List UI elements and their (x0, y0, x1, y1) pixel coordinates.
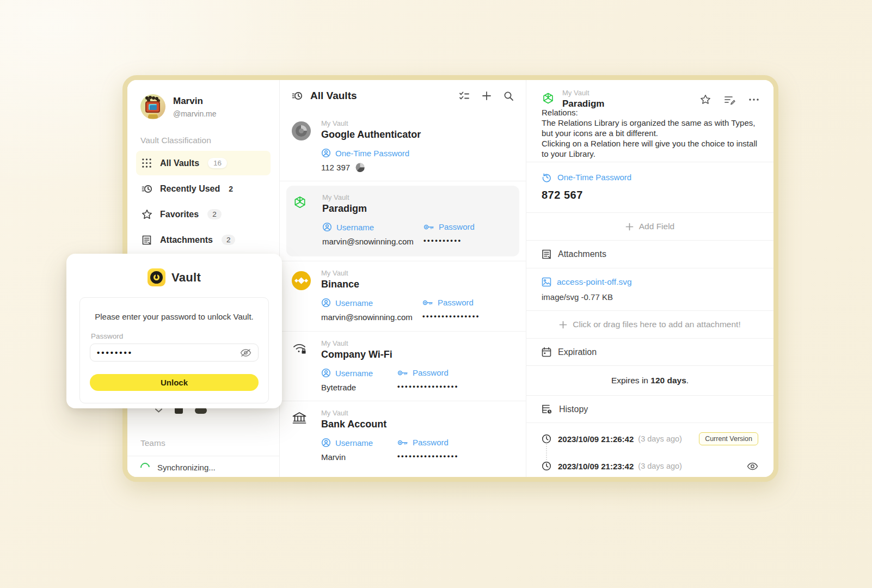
attachment-file-link[interactable]: access-point-off.svg (542, 277, 758, 287)
sidebar-item-recently-used[interactable]: Recently Used 2 (136, 176, 271, 201)
wifi-lock-icon (292, 339, 312, 360)
password-label: Password (91, 332, 259, 340)
notes-line: The Relations Library is organized the s… (542, 118, 758, 138)
attachment-file-name: access-point-off.svg (557, 277, 632, 287)
password-value[interactable]: •••••••••••••••• (397, 382, 459, 390)
attachments-section-header: Attachments (526, 240, 773, 268)
notes-field[interactable]: Relations: The Relations Library is orga… (526, 109, 773, 162)
chevron-down-icon (155, 408, 163, 413)
otp-code[interactable]: 112 397 (321, 163, 350, 172)
vault-tag: My Vault (321, 119, 421, 127)
history-row[interactable]: 2023/10/09 21:23:42 (3 days ago) (542, 452, 758, 477)
paradigm-icon (542, 92, 555, 105)
vault-keyhole-logo-icon (148, 268, 165, 286)
add-item-icon[interactable] (482, 91, 492, 101)
search-icon[interactable] (503, 91, 514, 101)
unlock-modal: Vault Please enter your password to unlo… (66, 254, 282, 408)
field-label: Password (413, 368, 449, 377)
attachment-drop-zone[interactable]: Click or drag files here to add an attac… (542, 311, 758, 338)
sidebar-item-label: All Vaults (160, 158, 199, 168)
expiration-title: Expiration (558, 347, 597, 357)
notes-line: Relations: (542, 109, 758, 118)
eye-icon[interactable] (747, 462, 758, 470)
user-profile[interactable]: Marvin @marvin.me (127, 80, 279, 125)
detail-panel: My Vault Paradigm Relations: The Relatio… (526, 80, 773, 477)
expires-text: . (686, 376, 689, 385)
vault-logo-text: Vault (171, 271, 201, 285)
username-value[interactable]: marvin@snowinning.com (321, 313, 422, 322)
star-icon (142, 209, 152, 220)
user-circle-icon (321, 438, 331, 448)
attachment-doc-icon (142, 235, 152, 246)
password-input[interactable]: •••••••• (90, 344, 259, 362)
recent-clock-icon (292, 90, 303, 101)
vault-item-paradigm-selected[interactable]: My Vault Paradigm Username marvin@snowin… (286, 186, 519, 256)
vault-item-google-authenticator[interactable]: My Vault Google Authenticator One-Time P… (280, 112, 526, 181)
username-value[interactable]: Bytetrade (321, 383, 397, 392)
vault-item-bank-account[interactable]: My Vault Bank Account Username Marvin (280, 401, 526, 470)
google-authenticator-icon (292, 121, 311, 140)
unlock-button[interactable]: Unlock (90, 374, 259, 391)
image-file-icon (542, 277, 551, 287)
attachment-drop-hint: Click or drag files here to add an attac… (573, 320, 740, 329)
multi-select-icon[interactable] (459, 91, 470, 101)
username-value[interactable]: marvin@snowinning.com (322, 237, 423, 246)
password-value: •••••••• (97, 348, 240, 357)
password-value[interactable]: ••••••••••••••• (422, 312, 514, 320)
expiration-value-row: Expires in 120 days. (526, 365, 773, 395)
attachments-title: Attachments (558, 249, 606, 259)
history-ago: (3 days ago) (638, 462, 682, 470)
eye-off-icon[interactable] (240, 348, 251, 357)
history-timestamp: 2023/10/09 21:23:42 (558, 462, 634, 471)
favorite-star-icon[interactable] (700, 94, 711, 105)
recent-clock-icon (142, 183, 152, 194)
unlock-hint: Please enter your password to unlock Vau… (90, 312, 259, 321)
vault-list-title: All Vaults (310, 90, 357, 102)
vault-classification-label: Vault Classification (127, 125, 279, 151)
add-field-section: Add Field (526, 212, 773, 240)
clock-icon (542, 461, 551, 471)
key-icon (397, 438, 408, 447)
field-label: Username (335, 369, 373, 378)
profile-name: Marvin (173, 96, 217, 107)
count-badge: 16 (208, 158, 227, 168)
expiration-section-header: Expiration (526, 338, 773, 365)
password-value[interactable]: •••••••••• (423, 236, 514, 244)
vault-tag: My Vault (562, 89, 700, 97)
page-background: { "colors": { "accent_yellow": "#FBE837"… (0, 0, 872, 588)
user-circle-icon (321, 298, 331, 308)
vault-item-company-wifi[interactable]: My Vault Company Wi-Fi Username Bytetrad… (280, 332, 526, 401)
pie-timer-icon (355, 163, 365, 172)
sync-status-row: Synchronizing... (140, 463, 216, 472)
sidebar-item-attachments[interactable]: Attachments 2 (136, 228, 271, 252)
key-icon (422, 298, 433, 307)
add-field-button[interactable]: Add Field (542, 213, 758, 240)
otp-history-icon (542, 172, 552, 182)
field-label: Password (438, 298, 474, 307)
attachment-file-row: access-point-off.svg image/svg -0.77 KB (526, 268, 773, 310)
notes-line: Clicking on a Relation here will give yo… (542, 138, 758, 159)
plus-icon (559, 321, 567, 329)
expires-text: Expires in (611, 376, 650, 385)
history-timestamp: 2023/10/09 21:26:42 (558, 434, 634, 444)
vault-item-name: Binance (321, 279, 359, 290)
vault-item-name: Paradigm (322, 203, 367, 215)
history-list: 2023/10/09 21:26:42 (3 days ago) Current… (526, 422, 773, 477)
password-value[interactable]: •••••••••••••••• (397, 452, 459, 460)
grid-icon (142, 158, 152, 168)
plus-icon (625, 223, 634, 231)
username-value[interactable]: Marvin (321, 452, 397, 462)
sidebar-item-all-vaults[interactable]: All Vaults 16 (136, 151, 271, 175)
profile-handle: @marvin.me (173, 109, 217, 118)
vault-tag: My Vault (321, 409, 386, 417)
count-badge: 2 (207, 209, 222, 219)
ellipsis-icon[interactable] (748, 98, 759, 101)
otp-code[interactable]: 872 567 (542, 189, 758, 201)
user-circle-icon (322, 222, 332, 232)
edit-list-icon[interactable] (724, 95, 735, 105)
sidebar-item-favorites[interactable]: Favorites 2 (136, 202, 271, 226)
history-row[interactable]: 2023/10/09 21:26:42 (3 days ago) Current… (542, 425, 758, 452)
teams-section-label: Teams (140, 438, 165, 448)
detail-header: My Vault Paradigm (526, 80, 773, 109)
vault-item-binance[interactable]: My Vault Binance Username marvin@snowinn… (280, 261, 526, 332)
